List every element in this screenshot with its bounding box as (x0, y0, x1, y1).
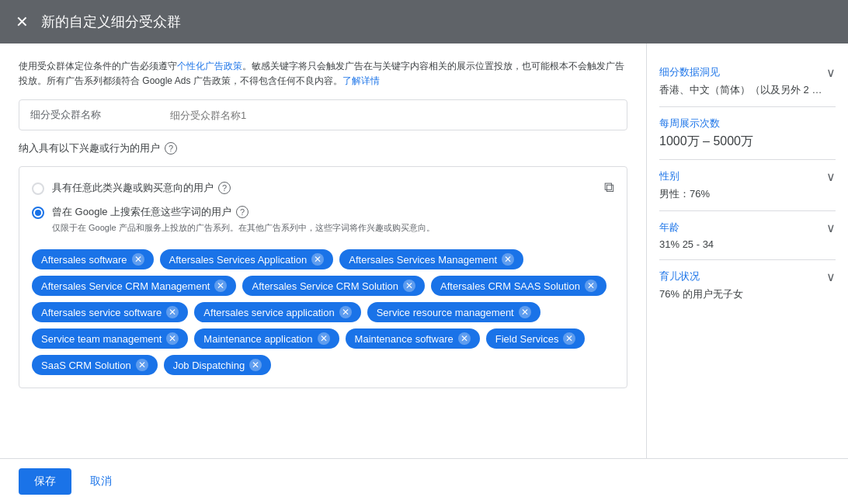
tag-close-13[interactable]: ✕ (136, 359, 148, 371)
insight-header-2: 性别 ∨ (659, 169, 836, 184)
save-button[interactable]: 保存 (19, 468, 71, 495)
tag-10: Maintenance application✕ (194, 328, 339, 349)
name-input[interactable] (170, 109, 616, 121)
radio-option-1[interactable] (32, 182, 44, 195)
tag-8: Service resource management✕ (367, 302, 540, 322)
info-text: 使用受众群体定位条件的广告必须遵守个性化广告政策。敏感关键字将只会触发广告在与关… (19, 59, 627, 89)
tag-close-6[interactable]: ✕ (166, 306, 179, 318)
tag-1: Aftersales Services Application✕ (160, 249, 334, 269)
option-content-2: 曾在 Google 上搜索任意这些字词的用户 ? 仅限于在 Google 产品和… (52, 205, 614, 234)
tag-label-1: Aftersales Services Application (169, 254, 308, 266)
insight-header-4: 育儿状况 ∨ (659, 269, 836, 284)
option-content-1: 具有任意此类兴趣或购买意向的用户 ? (52, 181, 596, 195)
name-field-row: 细分受众群名称 (19, 99, 627, 130)
copy-icon[interactable]: ⧉ (604, 179, 614, 196)
insight-title-1: 每周展示次数 (659, 116, 720, 130)
insight-section-1: 每周展示次数 1000万 – 5000万 (659, 107, 836, 160)
tag-13: SaaS CRM Solution✕ (32, 355, 158, 375)
chevron-icon-0[interactable]: ∨ (826, 65, 836, 80)
option1-help-icon[interactable]: ? (218, 182, 231, 194)
tag-label-13: SaaS CRM Solution (41, 360, 131, 371)
option-sub-2: 仅限于在 Google 产品和服务上投放的广告系列。在其他广告系列中，这些字词将… (52, 222, 614, 234)
insight-value-0: 香港、中文（简体）（以及另外 2 … (659, 83, 836, 97)
tag-label-6: Aftersales service software (41, 307, 162, 318)
tag-label-4: Aftersales Service CRM Solution (252, 280, 398, 292)
insight-header-3: 年龄 ∨ (659, 221, 836, 235)
tag-14: Job Dispatching✕ (164, 355, 272, 375)
tag-close-14[interactable]: ✕ (249, 359, 262, 371)
insight-section-0: 细分数据洞见 ∨ 香港、中文（简体）（以及另外 2 … (659, 56, 836, 107)
insight-value-1: 1000万 – 5000万 (659, 134, 836, 150)
cancel-button[interactable]: 取消 (81, 468, 121, 495)
tags-container: Aftersales software✕Aftersales Services … (32, 243, 614, 375)
right-panel: 细分数据洞见 ∨ 香港、中文（简体）（以及另外 2 … 每周展示次数 1000万… (646, 43, 848, 458)
option-row-2: 曾在 Google 上搜索任意这些字词的用户 ? 仅限于在 Google 产品和… (32, 205, 614, 234)
option-label-2: 曾在 Google 上搜索任意这些字词的用户 ? (52, 205, 614, 219)
insight-title-4: 育儿状况 (659, 269, 700, 283)
policy-link[interactable]: 个性化广告政策 (177, 61, 242, 71)
insight-title-0: 细分数据洞见 (659, 65, 720, 79)
tag-3: Aftersales Service CRM Management✕ (32, 276, 236, 296)
close-button[interactable]: ✕ (16, 14, 29, 30)
footer-bar: 保存 取消 (0, 458, 848, 504)
tag-close-3[interactable]: ✕ (214, 280, 227, 292)
tag-close-8[interactable]: ✕ (519, 306, 531, 318)
insight-section-2: 性别 ∨ 男性：76% (659, 160, 836, 211)
insight-title-2: 性别 (659, 169, 679, 183)
left-panel: 使用受众群体定位条件的广告必须遵守个性化广告政策。敏感关键字将只会触发广告在与关… (0, 43, 646, 458)
tag-0: Aftersales software✕ (32, 249, 154, 269)
chevron-icon-2[interactable]: ∨ (826, 169, 836, 184)
tag-7: Aftersales service application✕ (194, 302, 360, 322)
tag-label-10: Maintenance application (203, 333, 312, 345)
tag-close-7[interactable]: ✕ (339, 306, 352, 318)
section-help-icon[interactable]: ? (165, 142, 177, 155)
tag-label-5: Aftersales CRM SAAS Solution (440, 280, 580, 292)
tag-label-12: Field Services (495, 333, 559, 345)
tag-close-10[interactable]: ✕ (318, 332, 330, 345)
tag-close-4[interactable]: ✕ (403, 280, 415, 292)
chevron-icon-3[interactable]: ∨ (826, 221, 836, 235)
insight-header-1: 每周展示次数 (659, 116, 836, 130)
tag-close-9[interactable]: ✕ (166, 332, 179, 345)
page-title: 新的自定义细分受众群 (41, 12, 181, 31)
tag-label-8: Service resource management (377, 307, 514, 318)
chevron-icon-4[interactable]: ∨ (826, 269, 836, 284)
tag-label-0: Aftersales software (41, 254, 127, 266)
header: ✕ 新的自定义细分受众群 (0, 0, 848, 43)
insight-header-0: 细分数据洞见 ∨ (659, 65, 836, 80)
insight-title-3: 年龄 (659, 221, 679, 235)
option-label-1: 具有任意此类兴趣或购买意向的用户 ? (52, 181, 596, 195)
name-label: 细分受众群名称 (30, 108, 170, 122)
tag-label-3: Aftersales Service CRM Management (41, 280, 210, 292)
options-container: 具有任意此类兴趣或购买意向的用户 ? ⧉ 曾在 Google 上搜索任意这些字词… (19, 166, 627, 388)
tag-close-0[interactable]: ✕ (132, 253, 144, 266)
tag-label-2: Aftersales Services Management (349, 254, 497, 266)
tag-close-5[interactable]: ✕ (585, 280, 597, 292)
tag-label-7: Aftersales service application (203, 307, 334, 318)
tag-close-12[interactable]: ✕ (563, 332, 575, 345)
tag-close-1[interactable]: ✕ (311, 253, 324, 266)
tag-label-9: Service team management (41, 333, 162, 345)
insight-section-3: 年龄 ∨ 31% 25 - 34 (659, 211, 836, 260)
tag-close-11[interactable]: ✕ (458, 332, 471, 345)
tag-11: Maintenance software✕ (346, 328, 480, 349)
tag-12: Field Services✕ (486, 328, 586, 349)
tag-9: Service team management✕ (32, 328, 188, 349)
main-container: 使用受众群体定位条件的广告必须遵守个性化广告政策。敏感关键字将只会触发广告在与关… (0, 43, 848, 458)
tag-5: Aftersales CRM SAAS Solution✕ (431, 276, 606, 296)
insight-value-2: 男性：76% (659, 187, 836, 201)
tag-4: Aftersales Service CRM Solution✕ (242, 276, 425, 296)
insight-value-3: 31% 25 - 34 (659, 238, 836, 250)
option-row-1: 具有任意此类兴趣或购买意向的用户 ? ⧉ (32, 179, 614, 196)
radio-option-2[interactable] (32, 207, 44, 219)
option2-help-icon[interactable]: ? (236, 206, 248, 218)
tag-label-14: Job Dispatching (173, 360, 245, 371)
section-title: 纳入具有以下兴趣或行为的用户 ? (19, 141, 627, 155)
tag-6: Aftersales service software✕ (32, 302, 188, 322)
insight-value-4: 76% 的用户无子女 (659, 287, 836, 301)
insight-section-4: 育儿状况 ∨ 76% 的用户无子女 (659, 260, 836, 311)
tag-label-11: Maintenance software (355, 333, 454, 345)
tag-2: Aftersales Services Management✕ (339, 249, 523, 269)
tag-close-2[interactable]: ✕ (502, 253, 514, 266)
learn-more-link[interactable]: 了解详情 (342, 75, 380, 86)
